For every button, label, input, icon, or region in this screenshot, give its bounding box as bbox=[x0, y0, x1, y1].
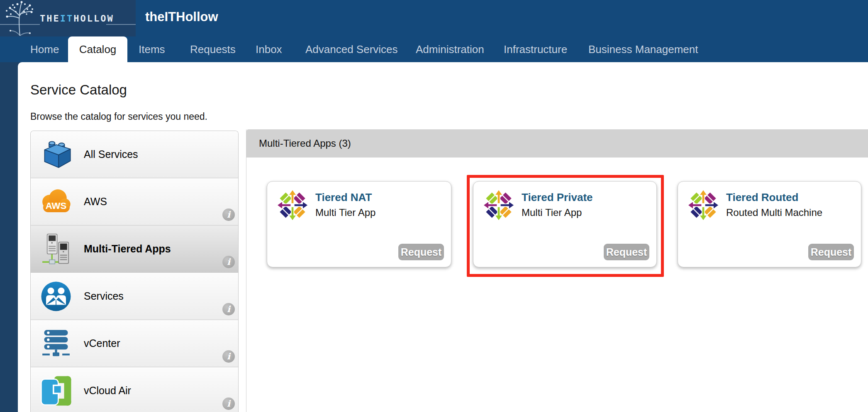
sidebar-item-all-services[interactable]: All Services bbox=[31, 131, 238, 178]
request-button[interactable]: Request bbox=[808, 244, 854, 260]
catalog-card-tiered-routed[interactable]: Tiered Routed Routed Multi Machine Reque… bbox=[678, 181, 861, 267]
sidebar-item-label: Services bbox=[84, 290, 124, 302]
info-icon[interactable]: i bbox=[222, 350, 235, 363]
catalog-sidebar: All Services AWS AWS i bbox=[30, 131, 239, 412]
info-icon[interactable]: i bbox=[222, 303, 235, 315]
sidebar-item-services[interactable]: Services i bbox=[31, 273, 238, 320]
tiered-apps-icon bbox=[39, 232, 73, 266]
services-icon bbox=[39, 279, 73, 313]
request-button[interactable]: Request bbox=[604, 244, 649, 260]
info-icon[interactable]: i bbox=[222, 256, 235, 268]
card-title-link[interactable]: Tiered Private bbox=[522, 191, 593, 204]
content-panel: Service Catalog Browse the catalog for s… bbox=[18, 62, 868, 412]
nav-infrastructure[interactable]: Infrastructure bbox=[504, 36, 567, 62]
sidebar-item-label: vCloud Air bbox=[84, 385, 131, 397]
nav-business-management[interactable]: Business Management bbox=[588, 36, 698, 62]
pane-divider bbox=[246, 129, 246, 412]
card-title-link[interactable]: Tiered Routed bbox=[726, 191, 798, 204]
top-header: THEITHOLLOW theITHollow Home Catalog Ite… bbox=[0, 0, 868, 62]
nav-advanced-services[interactable]: Advanced Services bbox=[305, 36, 398, 62]
catalog-card-tiered-private[interactable]: Tiered Private Multi Tier App Request bbox=[473, 181, 657, 267]
centos-icon bbox=[687, 189, 719, 221]
catalog-card-tiered-nat[interactable]: Tiered NAT Multi Tier App Request bbox=[267, 181, 451, 267]
aws-cloud-icon: AWS bbox=[39, 185, 73, 219]
svg-text:AWS: AWS bbox=[46, 200, 67, 211]
nav-inbox[interactable]: Inbox bbox=[256, 36, 282, 62]
sidebar-item-label: AWS bbox=[84, 196, 107, 208]
section-header-label: Multi-Tiered Apps (3) bbox=[259, 129, 351, 158]
card-subtitle: Multi Tier App bbox=[315, 207, 375, 218]
brick-icon bbox=[39, 138, 73, 172]
page-title: Service Catalog bbox=[30, 82, 127, 98]
centos-icon bbox=[483, 189, 515, 221]
card-subtitle: Multi Tier App bbox=[522, 207, 582, 218]
sidebar-item-vcloud-air[interactable]: vCloud Air i bbox=[31, 367, 238, 412]
nav-administration[interactable]: Administration bbox=[416, 36, 484, 62]
tenant-title: theITHollow bbox=[145, 10, 218, 24]
theithollow-logo[interactable]: THEITHOLLOW bbox=[0, 0, 136, 36]
card-subtitle: Routed Multi Machine bbox=[726, 207, 822, 218]
sidebar-item-label: Multi-Tiered Apps bbox=[84, 243, 171, 255]
red-highlight-box: Tiered Private Multi Tier App Request bbox=[467, 175, 664, 277]
main-nav: Home Catalog Items Requests Inbox Advanc… bbox=[0, 36, 868, 62]
card-title-link[interactable]: Tiered NAT bbox=[315, 191, 372, 204]
info-icon[interactable]: i bbox=[222, 208, 235, 221]
logo-wordmark: THEITHOLLOW bbox=[40, 0, 114, 36]
sidebar-item-multi-tiered-apps[interactable]: Multi-Tiered Apps i bbox=[31, 225, 238, 273]
vcloud-air-icon bbox=[39, 374, 73, 408]
section-header-band: Multi-Tiered Apps (3) bbox=[246, 129, 868, 158]
nav-home[interactable]: Home bbox=[30, 36, 59, 62]
page-subtitle: Browse the catalog for services you need… bbox=[30, 111, 207, 122]
vcenter-icon bbox=[39, 327, 73, 361]
nav-items[interactable]: Items bbox=[139, 36, 165, 62]
tree-icon bbox=[1, 0, 41, 36]
centos-icon bbox=[276, 189, 309, 221]
sidebar-item-aws[interactable]: AWS AWS i bbox=[31, 178, 238, 225]
sidebar-item-vcenter[interactable]: vCenter i bbox=[31, 320, 238, 367]
info-icon[interactable]: i bbox=[222, 397, 235, 410]
sidebar-item-label: vCenter bbox=[84, 337, 120, 349]
request-button[interactable]: Request bbox=[398, 244, 444, 260]
nav-requests[interactable]: Requests bbox=[190, 36, 236, 62]
sidebar-item-label: All Services bbox=[84, 148, 138, 160]
nav-catalog-active-tab[interactable]: Catalog bbox=[68, 36, 127, 62]
